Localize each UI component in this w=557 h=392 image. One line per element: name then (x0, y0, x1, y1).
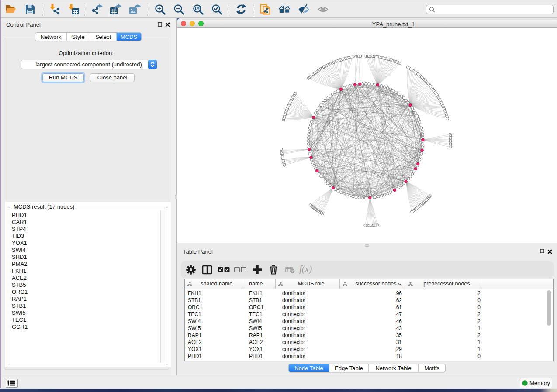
svg-text:f(x): f(x) (299, 265, 312, 274)
